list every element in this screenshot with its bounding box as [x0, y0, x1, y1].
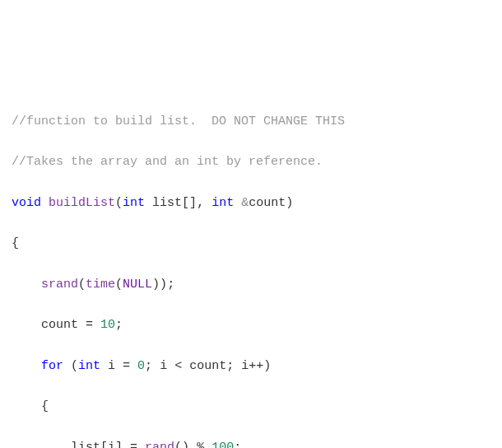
keyword-for: for [41, 359, 63, 373]
code-line-assign: count = 10; [12, 315, 490, 336]
code-line-srand: srand(time(NULL)); [12, 275, 490, 296]
indent [12, 318, 41, 332]
indent [12, 399, 41, 413]
paren-open: ( [78, 278, 86, 292]
call-rand: rand [145, 441, 174, 448]
bracket-close: ] [115, 441, 123, 448]
brackets: [] [182, 196, 197, 210]
equals: = [123, 441, 145, 448]
indent [12, 278, 41, 292]
code-line-array-assign: list[i] = rand() % 100; [12, 438, 490, 448]
param-name: count [249, 196, 286, 210]
paren-close: ) [152, 278, 160, 292]
code-line-comment: //Takes the array and an int by referenc… [12, 152, 490, 173]
var-i: i [160, 359, 174, 373]
brace-open: { [12, 236, 19, 250]
type-int: int [78, 359, 100, 373]
code-block: //function to build list. DO NOT CHANGE … [12, 91, 490, 448]
paren-close: ) [286, 196, 293, 210]
comma: , [197, 196, 211, 210]
less-than: < [174, 359, 182, 373]
indent [12, 359, 41, 373]
type-int: int [211, 196, 234, 210]
paren-close: ) [263, 359, 271, 373]
paren-open: ( [115, 196, 123, 210]
equals: = [123, 359, 137, 373]
keyword-void: void [12, 196, 41, 210]
null-literal: NULL [123, 278, 152, 292]
function-name: buildList [49, 196, 115, 210]
paren-close: ) [160, 278, 167, 292]
code-line-comment: //function to build list. DO NOT CHANGE … [12, 112, 490, 133]
identifier: count [41, 318, 78, 332]
type-int: int [123, 196, 145, 210]
semicolon: ; [145, 359, 160, 373]
call-time: time [86, 278, 115, 292]
semicolon: ; [115, 318, 123, 332]
indent [12, 441, 71, 448]
paren-open: ( [63, 359, 78, 373]
semicolon: ; [226, 359, 241, 373]
call-srand: srand [41, 278, 78, 292]
parens: () [174, 441, 189, 448]
equals: = [78, 318, 100, 332]
number-literal: 100 [211, 441, 234, 448]
code-line-brace: { [12, 234, 490, 254]
number-literal: 10 [100, 318, 115, 332]
array-name: list [71, 441, 100, 448]
paren-open: ( [115, 278, 123, 292]
brace-open: { [41, 399, 49, 413]
param-name: list [152, 196, 182, 210]
index: i [108, 441, 115, 448]
code-line-brace: { [12, 397, 490, 418]
semicolon: ; [234, 441, 241, 448]
code-line-signature: void buildList(int list[], int &count) [12, 194, 490, 214]
number-literal: 0 [137, 359, 145, 373]
identifier: count [182, 359, 226, 373]
ampersand: & [241, 196, 249, 210]
code-line-for: for (int i = 0; i < count; i++) [12, 357, 490, 377]
modulo: % [189, 441, 211, 448]
bracket-open: [ [100, 441, 108, 448]
semicolon: ; [167, 278, 174, 292]
var-i: i [100, 359, 123, 373]
comment-text: //function to build list. DO NOT CHANGE … [12, 114, 345, 128]
increment: i++ [241, 359, 263, 373]
comment-text: //Takes the array and an int by referenc… [12, 155, 323, 169]
